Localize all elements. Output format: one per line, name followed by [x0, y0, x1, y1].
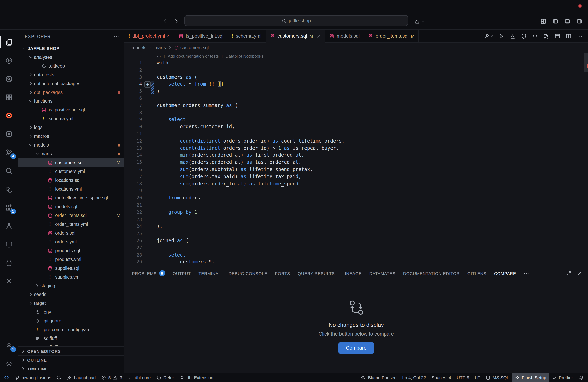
- tree-item[interactable]: logs: [18, 123, 124, 132]
- sidebar-section-timeline[interactable]: TIMELINE: [18, 364, 124, 373]
- editor-more-actions-button[interactable]: [577, 33, 583, 39]
- status-remote[interactable]: [0, 373, 12, 382]
- tree-item[interactable]: target: [18, 299, 124, 308]
- codelens-link[interactable]: ···: [157, 52, 161, 59]
- tab-customers-sql[interactable]: customers.sqlM: [266, 30, 325, 42]
- views-more-actions-icon[interactable]: [114, 34, 119, 39]
- activity-explorer[interactable]: [0, 33, 18, 51]
- activity-tool-x[interactable]: [0, 272, 18, 290]
- maximize-panel-icon[interactable]: [566, 270, 571, 276]
- tree-item[interactable]: !locations.yml: [18, 185, 124, 193]
- query-grid-button[interactable]: [554, 33, 560, 39]
- editor-scrollbar[interactable]: [584, 53, 588, 72]
- status-indentation[interactable]: Spaces: 4: [429, 373, 454, 382]
- tree-item[interactable]: .sqlfluffignore: [18, 343, 124, 346]
- codelens-link[interactable]: Add documentation or tests: [168, 52, 219, 59]
- tree-item[interactable]: .gitkeep: [18, 61, 124, 70]
- add-line-button[interactable]: +: [144, 81, 151, 88]
- command-center-search[interactable]: jaffle-shop: [184, 15, 408, 26]
- panel-tab-documentation-editor[interactable]: DOCUMENTATION EDITOR: [403, 267, 460, 279]
- panel-tabs-overflow-icon[interactable]: [524, 270, 529, 276]
- tree-item[interactable]: orders.sql: [18, 229, 124, 237]
- test-file-button[interactable]: [510, 33, 516, 39]
- tree-item[interactable]: !orders.yml: [18, 237, 124, 246]
- tab-order_items-sql[interactable]: order_items.sqlM: [364, 30, 419, 42]
- panel-tab-compare[interactable]: COMPARE: [494, 267, 516, 279]
- tree-item[interactable]: .sqlfluff: [18, 334, 124, 343]
- status-sync[interactable]: [54, 373, 64, 382]
- compare-button[interactable]: Compare: [338, 343, 374, 354]
- tree-item[interactable]: .env: [18, 308, 124, 316]
- run-file-button[interactable]: [498, 33, 504, 39]
- toggle-primary-sidebar-icon[interactable]: [552, 18, 558, 24]
- panel-tab-datamates[interactable]: DATAMATES: [369, 267, 396, 279]
- status-blame[interactable]: Blame Paused: [358, 373, 399, 382]
- pull-request-button[interactable]: [543, 33, 549, 39]
- activity-search[interactable]: [0, 161, 18, 180]
- tree-item[interactable]: metricflow_time_spine.sql: [18, 193, 124, 202]
- panel-tab-query-results[interactable]: QUERY RESULTS: [298, 267, 335, 279]
- status-defer[interactable]: Defer: [153, 373, 177, 382]
- panel-tab-debug-console[interactable]: DEBUG CONSOLE: [229, 267, 267, 279]
- status-branch[interactable]: mwong-fusion*: [12, 373, 54, 382]
- breadcrumb-item[interactable]: customers.sql: [174, 45, 209, 50]
- tab-is_positive_int-sql[interactable]: is_positive_int.sql: [174, 30, 228, 42]
- close-icon[interactable]: [316, 34, 321, 38]
- activity-run-and-debug[interactable]: [0, 180, 18, 198]
- panel-tab-ports[interactable]: PORTS: [275, 267, 290, 279]
- panel-tab-terminal[interactable]: TERMINAL: [198, 267, 221, 279]
- tree-item[interactable]: locations.sql: [18, 176, 124, 185]
- tree-item[interactable]: staging: [18, 281, 124, 290]
- status-notifications[interactable]: [576, 373, 587, 382]
- activity-dbt-power-user[interactable]: [0, 51, 18, 70]
- panel-tab-output[interactable]: OUTPUT: [173, 267, 191, 279]
- sidebar-section-open-editors[interactable]: OPEN EDITORS: [18, 346, 124, 355]
- split-editor-button[interactable]: [566, 33, 572, 39]
- tree-item[interactable]: !.pre-commit-config.yaml: [18, 325, 124, 334]
- tree-item[interactable]: seeds: [18, 290, 124, 299]
- compiled-code-button[interactable]: [532, 33, 538, 39]
- tab-schema-yml[interactable]: !schema.yml: [228, 30, 266, 42]
- activity-settings[interactable]: [0, 354, 18, 373]
- tree-item[interactable]: models: [18, 141, 124, 150]
- tree-item[interactable]: is_positive_int.sql: [18, 105, 124, 114]
- activity-extensions[interactable]: 1: [0, 198, 18, 217]
- tree-item[interactable]: !customers.yml: [18, 167, 124, 176]
- tree-item[interactable]: marts: [18, 150, 124, 158]
- tree-item[interactable]: dbt_internal_packages: [18, 79, 124, 88]
- breadcrumb-item[interactable]: models: [132, 45, 147, 50]
- tree-item[interactable]: .gitignore: [18, 316, 124, 325]
- status-dbt-extension[interactable]: dbt Extension: [177, 373, 216, 382]
- breadcrumb-item[interactable]: marts: [154, 45, 166, 50]
- nav-forward-button[interactable]: [173, 18, 179, 24]
- activity-query-inspector[interactable]: [0, 70, 18, 88]
- tree-item[interactable]: JAFFLE-SHOP: [18, 44, 124, 53]
- tree-item[interactable]: data-tests: [18, 70, 124, 79]
- status-prettier[interactable]: Prettier: [549, 373, 576, 382]
- status-launchpad[interactable]: Launchpad: [64, 373, 99, 382]
- panel-tab-problems[interactable]: PROBLEMS8: [132, 267, 165, 279]
- status-language-mode[interactable]: MS SQL: [483, 373, 512, 382]
- status-cursor-position[interactable]: Ln 4, Col 22: [399, 373, 429, 382]
- activity-dbt[interactable]: [0, 106, 18, 125]
- tree-item[interactable]: functions: [18, 97, 124, 105]
- status-dbt-core[interactable]: dbt core: [125, 373, 154, 382]
- tree-item[interactable]: !order_items.yml: [18, 220, 124, 229]
- customize-layout-icon[interactable]: [540, 18, 546, 24]
- activity-source-control[interactable]: 4: [0, 143, 18, 161]
- nav-back-button[interactable]: [162, 18, 168, 24]
- activity-containers[interactable]: [0, 253, 18, 272]
- dbt-build-actions-button[interactable]: [483, 33, 493, 39]
- close-panel-icon[interactable]: [577, 270, 582, 276]
- status-problems[interactable]: 53: [98, 373, 125, 382]
- activity-testing[interactable]: [0, 217, 18, 235]
- activity-components[interactable]: [0, 88, 18, 106]
- codelens-link[interactable]: Datapilot Notebooks: [226, 52, 263, 59]
- activity-jinja-tools[interactable]: [0, 125, 18, 143]
- tree-item[interactable]: products.sql: [18, 246, 124, 255]
- share-button[interactable]: [414, 19, 425, 24]
- toggle-secondary-sidebar-icon[interactable]: [576, 18, 582, 24]
- tree-item[interactable]: supplies.sql: [18, 264, 124, 272]
- code-editor[interactable]: ···|Add documentation or tests|Datapilot…: [125, 52, 588, 267]
- tree-item[interactable]: models.sql: [18, 202, 124, 211]
